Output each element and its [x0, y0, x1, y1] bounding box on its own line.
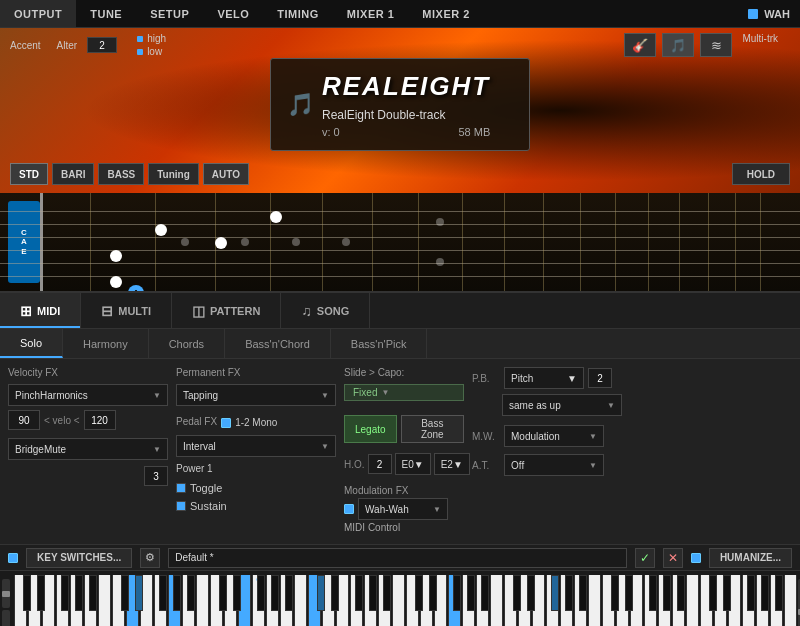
black-key-4-4[interactable]	[467, 575, 475, 611]
black-key-7-1[interactable]	[723, 575, 731, 611]
white-key-4-6[interactable]	[490, 575, 503, 626]
black-key-6-5[interactable]	[677, 575, 685, 611]
black-key-2-3[interactable]	[257, 575, 265, 611]
black-key-7-5[interactable]	[775, 575, 783, 611]
at-dropdown[interactable]: Off ▼	[504, 454, 604, 476]
velo-min-input[interactable]	[8, 410, 40, 430]
alter-spinbox[interactable]: 2	[87, 37, 117, 53]
black-key-5-1[interactable]	[527, 575, 535, 611]
black-key-3-1[interactable]	[331, 575, 339, 611]
black-key-6-1[interactable]	[625, 575, 633, 611]
key-switches-button[interactable]: KEY SWITCHES...	[26, 548, 132, 568]
e0-dropdown[interactable]: E0 ▼	[395, 453, 431, 475]
black-key-5-4[interactable]	[565, 575, 573, 611]
velo-max-input[interactable]	[84, 410, 116, 430]
black-key-3-5[interactable]	[383, 575, 391, 611]
nav-mixer1[interactable]: MIXER 1	[333, 0, 409, 27]
black-key-0-1[interactable]	[37, 575, 45, 611]
black-key-5-0[interactable]	[513, 575, 521, 611]
black-key-1-1[interactable]	[135, 575, 143, 611]
black-key-6-4[interactable]	[663, 575, 671, 611]
black-key-1-0[interactable]	[121, 575, 129, 611]
white-key-3-6[interactable]	[392, 575, 405, 626]
delete-button[interactable]: ✕	[663, 548, 683, 568]
black-key-0-5[interactable]	[89, 575, 97, 611]
auto-button[interactable]: AUTO	[203, 163, 249, 185]
modulation-dropdown[interactable]: Modulation ▼	[504, 425, 604, 447]
tab-song[interactable]: ♫ SONG	[281, 293, 370, 328]
pitch-dropdown[interactable]: Pitch ▼	[504, 367, 584, 389]
black-key-2-1[interactable]	[233, 575, 241, 611]
settings-icon-btn[interactable]: ⚙	[140, 548, 160, 568]
bridge-mute-dropdown[interactable]: BridgeMute ▼	[8, 438, 168, 460]
bass-zone-button[interactable]: Bass Zone	[401, 415, 464, 443]
subtab-bassn-pick[interactable]: Bass'n'Pick	[331, 329, 428, 358]
same-as-up-dropdown[interactable]: same as up ▼	[502, 394, 622, 416]
slide-fixed-dropdown[interactable]: Fixed ▼	[344, 384, 464, 401]
hold-button[interactable]: HOLD	[732, 163, 790, 185]
bari-button[interactable]: BARI	[52, 163, 94, 185]
subtab-harmony[interactable]: Harmony	[63, 329, 149, 358]
black-key-4-3[interactable]	[453, 575, 461, 611]
humanize-button[interactable]: HUMANIZE...	[709, 548, 792, 568]
interval-dropdown[interactable]: Interval ▼	[176, 435, 336, 457]
black-key-7-0[interactable]	[709, 575, 717, 611]
black-key-7-4[interactable]	[761, 575, 769, 611]
black-key-4-5[interactable]	[481, 575, 489, 611]
subtab-chords[interactable]: Chords	[149, 329, 225, 358]
strum-icon-btn[interactable]: 🎵	[662, 33, 694, 57]
pb-val-input[interactable]	[588, 368, 612, 388]
sustain-checkbox[interactable]	[176, 501, 186, 511]
white-key-1-6[interactable]	[196, 575, 209, 626]
black-key-5-3[interactable]	[551, 575, 559, 611]
nav-output[interactable]: OUTPUT	[0, 0, 76, 27]
std-button[interactable]: STD	[10, 163, 48, 185]
preset-dropdown[interactable]: Default *	[168, 548, 627, 568]
black-key-2-4[interactable]	[271, 575, 279, 611]
tab-midi[interactable]: ⊞ MIDI	[0, 293, 81, 328]
white-key-2-6[interactable]	[294, 575, 307, 626]
black-key-7-3[interactable]	[747, 575, 755, 611]
permanent-fx-dropdown[interactable]: Tapping ▼	[176, 384, 336, 406]
velocity-fx-dropdown[interactable]: PinchHarmonics ▼	[8, 384, 168, 406]
black-key-1-5[interactable]	[187, 575, 195, 611]
subtab-bassn-chord[interactable]: Bass'n'Chord	[225, 329, 331, 358]
white-key-7-6[interactable]	[784, 575, 797, 626]
black-key-6-3[interactable]	[649, 575, 657, 611]
subtab-solo[interactable]: Solo	[0, 329, 63, 358]
white-key-5-6[interactable]	[588, 575, 601, 626]
save-button[interactable]: ✓	[635, 548, 655, 568]
ho-value-input[interactable]	[368, 454, 392, 474]
black-key-3-3[interactable]	[355, 575, 363, 611]
tuning-button[interactable]: Tuning	[148, 163, 199, 185]
black-key-2-0[interactable]	[219, 575, 227, 611]
nav-tune[interactable]: TUNE	[76, 0, 136, 27]
black-key-1-4[interactable]	[173, 575, 181, 611]
white-key-6-6[interactable]	[686, 575, 699, 626]
black-key-5-5[interactable]	[579, 575, 587, 611]
black-key-3-0[interactable]	[317, 575, 325, 611]
black-key-0-4[interactable]	[75, 575, 83, 611]
black-key-4-1[interactable]	[429, 575, 437, 611]
black-key-0-3[interactable]	[61, 575, 69, 611]
tab-pattern[interactable]: ◫ PATTERN	[172, 293, 281, 328]
nav-velo[interactable]: VELO	[203, 0, 263, 27]
wah-wah-dropdown[interactable]: Wah-Wah ▼	[358, 498, 448, 520]
black-key-4-0[interactable]	[415, 575, 423, 611]
black-key-3-4[interactable]	[369, 575, 377, 611]
black-key-1-3[interactable]	[159, 575, 167, 611]
white-key-0-6[interactable]	[98, 575, 111, 626]
guitar-icon-btn[interactable]: 🎸	[624, 33, 656, 57]
bridge-val-input[interactable]	[144, 466, 168, 486]
nav-timing[interactable]: TIMING	[263, 0, 333, 27]
bass-button[interactable]: BASS	[98, 163, 144, 185]
tremolo-icon-btn[interactable]: ≋	[700, 33, 732, 57]
mod-slider[interactable]	[2, 610, 10, 626]
black-key-0-0[interactable]	[23, 575, 31, 611]
pitch-slider[interactable]	[2, 579, 10, 608]
nav-setup[interactable]: SETUP	[136, 0, 203, 27]
tab-multi[interactable]: ⊟ MULTI	[81, 293, 172, 328]
legato-button[interactable]: Legato	[344, 415, 397, 443]
toggle-checkbox[interactable]	[176, 483, 186, 493]
black-key-6-0[interactable]	[611, 575, 619, 611]
